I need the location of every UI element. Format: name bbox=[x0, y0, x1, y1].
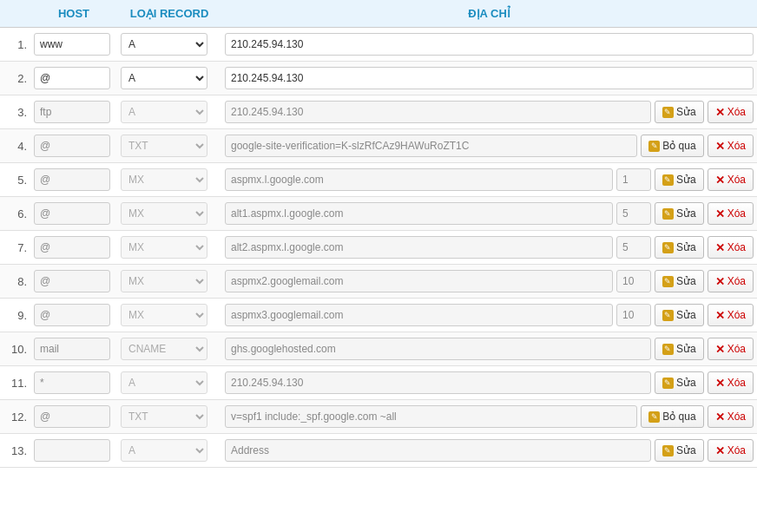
host-input bbox=[34, 202, 110, 225]
record-type-select[interactable]: ATXTMXCNAMEAAAANS bbox=[121, 33, 207, 56]
edit-button[interactable]: ✎Sửa bbox=[655, 236, 704, 259]
delete-button-label: Xóa bbox=[727, 309, 746, 321]
record-type-select: ATXTMXCNAMEAAAANS bbox=[121, 270, 207, 292]
address-input bbox=[225, 405, 637, 428]
x-icon: ✕ bbox=[715, 377, 725, 390]
delete-button[interactable]: ✕Xóa bbox=[708, 236, 754, 259]
table-row: 1.ATXTMXCNAMEAAAANS bbox=[0, 28, 757, 62]
edit-button[interactable]: ✎Sửa bbox=[655, 101, 704, 123]
delete-button[interactable]: ✕Xóa bbox=[708, 135, 754, 157]
x-icon: ✕ bbox=[715, 275, 725, 288]
row-number: 2. bbox=[0, 72, 30, 85]
record-type-select[interactable]: ATXTMXCNAMEAAAANS bbox=[121, 67, 207, 89]
delete-button[interactable]: ✕Xóa bbox=[708, 338, 754, 360]
row-number: 13. bbox=[0, 444, 30, 457]
address-input bbox=[225, 338, 651, 360]
edit-button[interactable]: ✎Sửa bbox=[655, 304, 704, 326]
delete-button[interactable]: ✕Xóa bbox=[708, 405, 754, 428]
record-type-select: ATXTMXCNAMEAAAANS bbox=[121, 338, 207, 360]
table-row: 4.ATXTMXCNAMEAAAANS✎Bỏ qua✕Xóa bbox=[0, 129, 757, 163]
address-input bbox=[225, 135, 637, 157]
host-input[interactable] bbox=[34, 33, 110, 56]
record-type-select: ATXTMXCNAMEAAAANS bbox=[121, 304, 207, 326]
x-icon: ✕ bbox=[715, 410, 725, 424]
table-row: 10.ATXTMXCNAMEAAAANS✎Sửa✕Xóa bbox=[0, 332, 757, 366]
delete-button[interactable]: ✕Xóa bbox=[708, 168, 754, 191]
x-icon: ✕ bbox=[715, 140, 725, 153]
table-row: 12.ATXTMXCNAMEAAAANS✎Bỏ qua✕Xóa bbox=[0, 400, 757, 434]
priority-input bbox=[616, 304, 651, 326]
row-number: 8. bbox=[0, 275, 30, 288]
delete-button[interactable]: ✕Xóa bbox=[708, 439, 754, 462]
delete-button-label: Xóa bbox=[727, 275, 746, 287]
x-icon: ✕ bbox=[715, 343, 725, 356]
delete-button-label: Xóa bbox=[727, 410, 746, 423]
table-row: 3.ATXTMXCNAMEAAAANS✎Sửa✕Xóa bbox=[0, 95, 757, 129]
host-input bbox=[34, 101, 110, 123]
host-input[interactable] bbox=[34, 67, 110, 89]
delete-button[interactable]: ✕Xóa bbox=[708, 304, 754, 326]
edit-button[interactable]: ✎Sửa bbox=[655, 202, 704, 225]
edit-button[interactable]: ✎Sửa bbox=[655, 371, 704, 394]
x-icon: ✕ bbox=[715, 309, 725, 322]
edit-button[interactable]: ✎Sửa bbox=[655, 270, 704, 292]
skip-button[interactable]: ✎Bỏ qua bbox=[641, 405, 703, 428]
edit-button-label: Sửa bbox=[676, 377, 696, 389]
host-input bbox=[34, 439, 110, 462]
host-input bbox=[34, 304, 110, 326]
x-icon: ✕ bbox=[715, 207, 725, 220]
address-input[interactable] bbox=[225, 67, 754, 89]
edit-icon: ✎ bbox=[662, 174, 674, 186]
address-input[interactable] bbox=[225, 33, 754, 56]
record-type-select: ATXTMXCNAMEAAAANS bbox=[121, 405, 207, 428]
delete-button[interactable]: ✕Xóa bbox=[708, 270, 754, 292]
edit-button[interactable]: ✎Sửa bbox=[655, 338, 704, 360]
table-row: 6.ATXTMXCNAMEAAAANS✎Sửa✕Xóa bbox=[0, 197, 757, 231]
delete-button[interactable]: ✕Xóa bbox=[708, 371, 754, 394]
edit-button-label: Sửa bbox=[676, 174, 696, 186]
delete-button[interactable]: ✕Xóa bbox=[708, 202, 754, 225]
delete-button-label: Xóa bbox=[727, 174, 746, 186]
skip-button-label: Bỏ qua bbox=[662, 410, 695, 423]
x-icon: ✕ bbox=[715, 444, 725, 457]
table-row: 9.ATXTMXCNAMEAAAANS✎Sửa✕Xóa bbox=[0, 299, 757, 332]
edit-button-label: Sửa bbox=[676, 241, 696, 253]
address-input bbox=[225, 101, 651, 123]
edit-icon: ✎ bbox=[662, 344, 674, 355]
table-row: 13.ATXTMXCNAMEAAAANS✎Sửa✕Xóa bbox=[0, 434, 757, 468]
record-type-select: ATXTMXCNAMEAAAANS bbox=[121, 371, 207, 394]
address-input bbox=[225, 236, 613, 259]
host-input bbox=[34, 135, 110, 157]
table-row: 2.ATXTMXCNAMEAAAANS bbox=[0, 62, 757, 95]
table-row: 5.ATXTMXCNAMEAAAANS✎Sửa✕Xóa bbox=[0, 163, 757, 197]
edit-button[interactable]: ✎Sửa bbox=[655, 168, 704, 191]
priority-input bbox=[616, 202, 651, 225]
table-row: 7.ATXTMXCNAMEAAAANS✎Sửa✕Xóa bbox=[0, 231, 757, 265]
delete-button[interactable]: ✕Xóa bbox=[708, 101, 754, 123]
edit-icon: ✎ bbox=[662, 208, 674, 220]
row-number: 11. bbox=[0, 377, 30, 390]
host-input bbox=[34, 168, 110, 191]
delete-button-label: Xóa bbox=[727, 444, 746, 456]
edit-button-label: Sửa bbox=[676, 106, 696, 118]
delete-button-label: Xóa bbox=[727, 343, 746, 355]
row-number: 3. bbox=[0, 106, 30, 119]
record-type-select: ATXTMXCNAMEAAAANS bbox=[121, 135, 207, 157]
record-type-select: ATXTMXCNAMEAAAANS bbox=[121, 168, 207, 191]
edit-icon: ✎ bbox=[662, 445, 674, 456]
priority-input bbox=[616, 270, 651, 292]
record-type-select: ATXTMXCNAMEAAAANS bbox=[121, 101, 207, 123]
record-type-select: ATXTMXCNAMEAAAANS bbox=[121, 439, 207, 462]
row-number: 12. bbox=[0, 410, 30, 424]
edit-button[interactable]: ✎Sửa bbox=[655, 439, 704, 462]
dns-table: HOST LOẠI RECORD ĐỊA CHỈ 1.ATXTMXCNAMEAA… bbox=[0, 0, 757, 468]
skip-icon: ✎ bbox=[648, 411, 660, 423]
header-record: LOẠI RECORD bbox=[117, 7, 221, 20]
skip-button[interactable]: ✎Bỏ qua bbox=[641, 135, 703, 157]
edit-button-label: Sửa bbox=[676, 444, 696, 456]
host-input bbox=[34, 338, 110, 360]
edit-button-label: Sửa bbox=[676, 275, 696, 287]
row-number: 5. bbox=[0, 174, 30, 187]
edit-icon: ✎ bbox=[662, 107, 674, 118]
x-icon: ✕ bbox=[715, 241, 725, 254]
